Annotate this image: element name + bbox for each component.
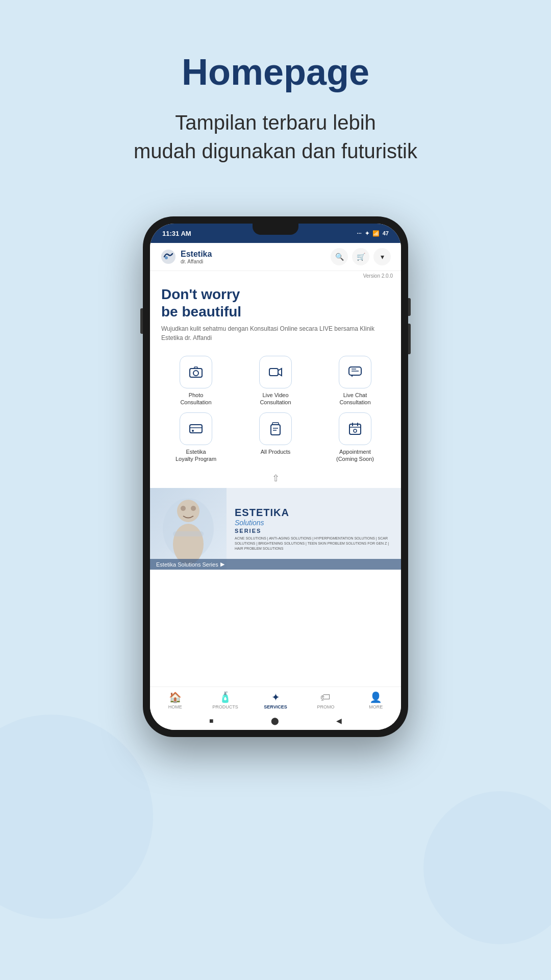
android-back-btn[interactable]: ◀ bbox=[336, 717, 342, 725]
banner-label-bar: Estetika Solutions Series ▶ bbox=[150, 559, 401, 570]
appointment-icon-box bbox=[339, 412, 371, 445]
nav-more[interactable]: 👤 MORE bbox=[351, 691, 401, 709]
svg-point-0 bbox=[161, 250, 176, 264]
svg-point-10 bbox=[192, 430, 194, 432]
appointment-icon bbox=[348, 422, 362, 436]
svg-point-22 bbox=[173, 524, 204, 565]
home-icon: 🏠 bbox=[169, 691, 182, 703]
banner-arrow-icon: ▶ bbox=[220, 561, 224, 568]
phone-outer: 11:31 AM ··· ✦ 📶 47 Esteti bbox=[143, 216, 408, 737]
service-appointment[interactable]: Appointment(Coming Soon) bbox=[318, 412, 392, 463]
video-icon bbox=[268, 365, 283, 379]
nav-products-label: PRODUCTS bbox=[212, 704, 238, 709]
banner-brand: ESTETIKA bbox=[235, 507, 393, 519]
bg-decoration-1 bbox=[0, 715, 153, 919]
hero-section: Don't worry be beautiful Wujudkan kulit … bbox=[150, 279, 401, 348]
loyalty-label: EstetikaLoyalty Program bbox=[176, 448, 216, 463]
promo-nav-icon: 🏷 bbox=[320, 692, 331, 703]
svg-rect-25 bbox=[173, 531, 204, 536]
svg-point-3 bbox=[193, 371, 198, 376]
dropdown-button[interactable]: ▾ bbox=[373, 248, 391, 265]
android-nav: ■ ⬤ ◀ bbox=[150, 712, 401, 730]
phone-notch bbox=[253, 224, 298, 235]
banner-brand-script: Solutions bbox=[235, 519, 393, 527]
nav-services[interactable]: ✦ SERVICES bbox=[251, 691, 300, 709]
scroll-up-indicator[interactable]: ⇧ bbox=[150, 471, 401, 488]
live-video-label: Live VideoConsultation bbox=[260, 391, 291, 406]
signal-dots-icon: ··· bbox=[357, 230, 362, 236]
hero-description: Wujudkan kulit sehatmu dengan Konsultasi… bbox=[161, 324, 390, 342]
page-subtitle: Tampilan terbaru lebih mudah digunakan d… bbox=[0, 108, 551, 165]
service-live-chat[interactable]: Live ChatConsultation bbox=[318, 356, 392, 406]
svg-point-1 bbox=[165, 256, 168, 259]
photo-consultation-label: PhotoConsultation bbox=[180, 391, 211, 406]
appointment-label: Appointment(Coming Soon) bbox=[336, 448, 374, 463]
banner-content: ESTETIKA Solutions SERIES ACNE SOLUTIONS… bbox=[227, 499, 401, 559]
products-icon bbox=[268, 422, 283, 436]
header-actions: 🔍 🛒 ▾ bbox=[331, 248, 391, 265]
loyalty-icon-box bbox=[180, 412, 212, 445]
logo-sub: dr. Affandi bbox=[181, 259, 212, 264]
nav-promo[interactable]: 🏷 PROMO bbox=[300, 692, 350, 709]
page-title: Homepage bbox=[0, 51, 551, 93]
live-video-icon-box bbox=[259, 356, 292, 388]
bluetooth-icon: ✦ bbox=[365, 230, 369, 237]
phone-screen: 11:31 AM ··· ✦ 📶 47 Esteti bbox=[150, 224, 401, 730]
all-products-label: All Products bbox=[261, 448, 291, 455]
service-grid: PhotoConsultation Live VideoConsultation bbox=[150, 348, 401, 471]
svg-point-19 bbox=[354, 429, 357, 432]
banner-area[interactable]: ESTETIKA Solutions SERIES ACNE SOLUTIONS… bbox=[150, 488, 401, 570]
banner-image bbox=[150, 488, 227, 570]
service-live-video[interactable]: Live VideoConsultation bbox=[239, 356, 312, 406]
phone-mockup: 11:31 AM ··· ✦ 📶 47 Esteti bbox=[0, 216, 551, 737]
banner-person-svg bbox=[150, 488, 227, 570]
nav-home[interactable]: 🏠 HOME bbox=[150, 691, 200, 709]
logo-text: Estetika dr. Affandi bbox=[181, 250, 212, 264]
nav-services-label: SERVICES bbox=[264, 704, 287, 709]
all-products-icon-box bbox=[259, 412, 292, 445]
nav-promo-label: PROMO bbox=[317, 704, 334, 709]
battery-icon: 47 bbox=[383, 230, 389, 236]
live-chat-icon-box bbox=[339, 356, 371, 388]
banner-label-text: Estetika Solutions Series bbox=[156, 561, 218, 568]
hero-title: Don't worry be beautiful bbox=[161, 286, 390, 320]
svg-rect-4 bbox=[269, 369, 278, 376]
chat-icon bbox=[348, 365, 362, 379]
volume-button bbox=[140, 308, 143, 334]
services-nav-icon: ✦ bbox=[271, 691, 280, 703]
banner-taglines: ACNE SOLUTIONS | ANTI-AGING SOLUTIONS | … bbox=[235, 536, 393, 551]
version-text: Version 2.0.0 bbox=[150, 271, 401, 279]
android-square-btn[interactable]: ■ bbox=[209, 717, 213, 725]
logo-area: Estetika dr. Affandi bbox=[160, 249, 212, 265]
svg-point-24 bbox=[191, 506, 196, 511]
loyalty-icon bbox=[189, 422, 203, 436]
wifi-icon: 📶 bbox=[372, 230, 380, 237]
search-button[interactable]: 🔍 bbox=[331, 248, 348, 265]
cart-button[interactable]: 🛒 bbox=[352, 248, 369, 265]
app-content: Version 2.0.0 Don't worry be beautiful W… bbox=[150, 271, 401, 687]
nav-home-label: HOME bbox=[168, 704, 182, 709]
nav-more-label: MORE bbox=[369, 704, 383, 709]
bg-decoration-2 bbox=[423, 791, 551, 944]
svg-point-23 bbox=[181, 506, 186, 511]
more-nav-icon: 👤 bbox=[369, 691, 382, 703]
nav-products[interactable]: 🧴 PRODUCTS bbox=[200, 691, 250, 709]
page-header: Homepage Tampilan terbaru lebih mudah di… bbox=[0, 0, 551, 186]
camera-icon bbox=[189, 365, 203, 379]
service-all-products[interactable]: All Products bbox=[239, 412, 312, 463]
android-circle-btn[interactable]: ⬤ bbox=[271, 717, 279, 725]
photo-consultation-icon-box bbox=[180, 356, 212, 388]
products-nav-icon: 🧴 bbox=[219, 691, 232, 703]
service-photo-consultation[interactable]: PhotoConsultation bbox=[159, 356, 233, 406]
app-header: Estetika dr. Affandi 🔍 🛒 ▾ bbox=[150, 243, 401, 271]
svg-rect-8 bbox=[190, 425, 202, 433]
logo-icon bbox=[160, 249, 177, 265]
live-chat-label: Live ChatConsultation bbox=[339, 391, 370, 406]
logo-brand: Estetika bbox=[181, 250, 212, 259]
status-icons: ··· ✦ 📶 47 bbox=[357, 230, 389, 237]
svg-point-21 bbox=[177, 500, 199, 522]
power-button bbox=[408, 298, 411, 316]
service-loyalty-program[interactable]: EstetikaLoyalty Program bbox=[159, 412, 233, 463]
status-time: 11:31 AM bbox=[162, 230, 191, 237]
bottom-nav: 🏠 HOME 🧴 PRODUCTS ✦ SERVICES 🏷 PROMO 👤 bbox=[150, 687, 401, 712]
